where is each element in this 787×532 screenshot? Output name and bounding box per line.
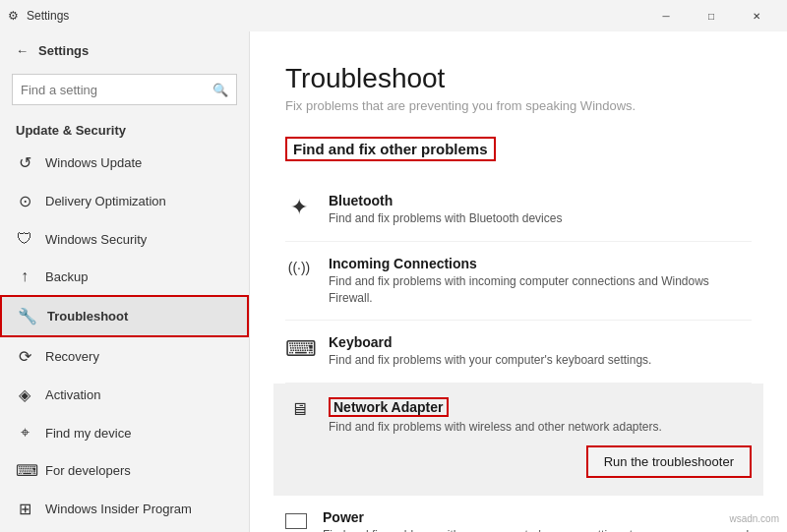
sidebar-item-windows-security[interactable]: 🛡 Windows Security [0,220,249,258]
incoming-connections-desc: Find and fix problems with incoming comp… [329,273,752,307]
find-device-icon: ⌖ [16,424,33,442]
windows-security-icon: 🛡 [16,230,33,248]
sidebar-item-activation[interactable]: ◈ Activation [0,376,249,414]
sidebar-item-label: Find my device [45,426,131,441]
sidebar: ← Settings 🔍 Update & Security ↺ Windows… [0,31,250,532]
app-container: ← Settings 🔍 Update & Security ↺ Windows… [0,31,787,532]
run-troubleshooter-button[interactable]: Run the troubleshooter [586,445,752,478]
keyboard-desc: Find and fix problems with your computer… [329,352,752,369]
troubleshoot-item-power: Power Find and fix problems with your co… [285,496,752,532]
titlebar-left: ⚙ Settings [8,9,69,23]
power-desc: Find and fix problems with your computer… [323,527,752,532]
recovery-icon: ⟳ [16,347,33,366]
network-adapter-icon: 🖥 [285,399,313,420]
sidebar-item-label: Windows Security [45,232,147,247]
network-adapter-text: Network Adapter Find and fix problems wi… [329,397,752,482]
search-input[interactable] [13,83,205,97]
network-adapter-title: Network Adapter [329,397,449,417]
windows-update-icon: ↺ [16,153,33,172]
sidebar-back-label: Settings [38,43,89,58]
sidebar-item-backup[interactable]: ↑ Backup [0,258,249,295]
developers-icon: ⌨ [16,461,33,480]
sidebar-item-windows-insider[interactable]: ⊞ Windows Insider Program [0,490,249,528]
sidebar-item-label: Troubleshoot [47,309,128,324]
sidebar-item-label: Backup [45,269,88,284]
troubleshoot-icon: 🔧 [18,307,35,325]
section-heading: Find and fix other problems [285,137,496,161]
power-text: Power Find and fix problems with your co… [323,509,752,532]
sidebar-item-for-developers[interactable]: ⌨ For developers [0,451,249,490]
sidebar-item-label: Activation [45,387,100,402]
settings-icon: ⚙ [8,9,19,23]
sidebar-back-button[interactable]: ← Settings [0,31,249,70]
sidebar-item-find-my-device[interactable]: ⌖ Find my device [0,414,249,451]
troubleshoot-item-bluetooth: ✦ Bluetooth Find and fix problems with B… [285,179,752,242]
sidebar-item-label: Recovery [45,349,99,364]
troubleshoot-item-incoming-connections: ((·)) Incoming Connections Find and fix … [285,242,752,322]
page-subtitle: Fix problems that are preventing you fro… [285,98,752,113]
sidebar-item-label: Windows Update [45,155,142,170]
incoming-connections-title: Incoming Connections [329,256,752,271]
network-adapter-desc: Find and fix problems with wireless and … [329,419,752,436]
incoming-connections-icon: ((·)) [285,258,313,275]
sidebar-item-label: For developers [45,463,131,478]
keyboard-text: Keyboard Find and fix problems with your… [329,334,752,369]
sidebar-item-delivery-optimization[interactable]: ⊙ Delivery Optimization [0,182,249,220]
titlebar-controls: ─ □ ✕ [643,0,779,31]
sidebar-search-box[interactable]: 🔍 [12,74,237,105]
keyboard-icon: ⌨ [285,336,313,362]
sidebar-section-title: Update & Security [0,117,249,144]
bluetooth-text: Bluetooth Find and fix problems with Blu… [329,193,752,227]
search-icon: 🔍 [205,83,236,97]
bluetooth-icon: ✦ [285,195,313,220]
backup-icon: ↑ [16,267,33,285]
delivery-optimization-icon: ⊙ [16,192,33,210]
sidebar-item-label: Delivery Optimization [45,194,166,208]
titlebar: ⚙ Settings ─ □ ✕ [0,0,787,31]
power-title: Power [323,509,752,525]
insider-icon: ⊞ [16,500,33,518]
troubleshoot-item-keyboard: ⌨ Keyboard Find and fix problems with yo… [285,321,752,384]
keyboard-title: Keyboard [329,334,752,350]
sidebar-item-label: Windows Insider Program [45,502,192,516]
bluetooth-desc: Find and fix problems with Bluetooth dev… [329,210,752,227]
activation-icon: ◈ [16,385,33,404]
maximize-button[interactable]: □ [689,0,734,31]
sidebar-item-troubleshoot[interactable]: 🔧 Troubleshoot [0,295,249,337]
titlebar-title: Settings [27,9,69,23]
bluetooth-title: Bluetooth [329,193,752,208]
page-title: Troubleshoot [285,63,752,94]
close-button[interactable]: ✕ [734,0,779,31]
minimize-button[interactable]: ─ [643,0,689,31]
power-icon [285,513,307,529]
troubleshoot-item-network-adapter: 🖥 Network Adapter Find and fix problems … [273,384,763,496]
sidebar-item-recovery[interactable]: ⟳ Recovery [0,337,249,376]
main-content: Troubleshoot Fix problems that are preve… [250,31,787,532]
sidebar-item-windows-update[interactable]: ↺ Windows Update [0,144,249,182]
incoming-connections-text: Incoming Connections Find and fix proble… [329,256,752,307]
back-icon: ← [16,43,29,58]
